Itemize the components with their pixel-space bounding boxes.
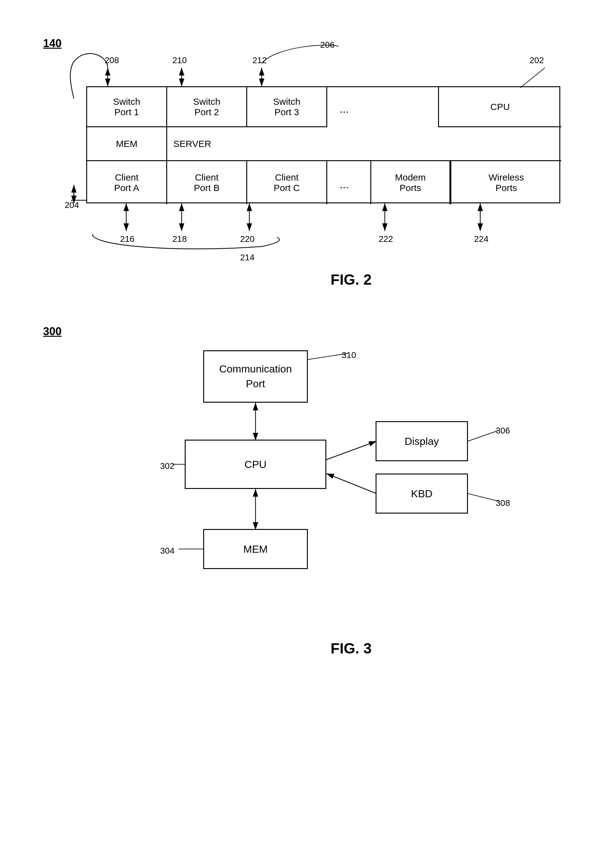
ref-218: 218: [172, 234, 187, 244]
ref-224: 224: [474, 234, 488, 244]
modem-ports: Modem Ports: [370, 161, 450, 204]
fig2-caption: FIG. 2: [105, 271, 597, 288]
svg-line-17: [326, 441, 377, 460]
svg-line-18: [326, 473, 377, 494]
fig2-diagram: 206 208 210 212 202 204 216 218 220 214 …: [62, 37, 585, 259]
ref-214: 214: [240, 253, 255, 263]
ref3-308: 308: [496, 498, 510, 508]
dots-top: ...: [340, 103, 349, 116]
comm-port-box: Communication Port: [203, 350, 308, 403]
mem-server-row: MEM SERVER: [87, 127, 561, 161]
ref-206: 206: [320, 40, 334, 50]
fig3-caption: FIG. 3: [105, 640, 597, 657]
svg-line-13: [520, 68, 545, 88]
fig3-arrows-svg: [74, 350, 597, 627]
server-cell: SERVER: [167, 139, 561, 149]
fig2-container: 140: [43, 37, 597, 288]
fig3-diagram-label: 300: [43, 325, 62, 338]
ref-216: 216: [120, 234, 135, 244]
dots-bottom: ...: [340, 178, 349, 191]
fig3-diagram: 310 302 304 306 308 Communication Port C…: [74, 350, 597, 627]
ref-204: 204: [65, 200, 79, 210]
client-port-c: Client Port C: [247, 161, 327, 204]
ref-210: 210: [172, 56, 187, 65]
ref3-304: 304: [160, 546, 175, 556]
fig3-mem-box: MEM: [203, 529, 308, 569]
ref-222: 222: [378, 234, 393, 244]
kbd-box: KBD: [375, 473, 468, 514]
ref-202: 202: [529, 56, 544, 65]
svg-line-24: [468, 494, 499, 501]
display-box: Display: [375, 421, 468, 461]
fig2-diagram-label: 140: [43, 37, 62, 50]
switch-port-2: Switch Port 2: [167, 87, 247, 127]
switch-box: Switch Port 1 Switch Port 2 Switch Port …: [86, 86, 560, 203]
ref-212: 212: [252, 56, 267, 65]
ref3-310: 310: [342, 350, 356, 360]
switch-port-1: Switch Port 1: [87, 87, 167, 127]
fig2-cpu-cell: CPU: [438, 87, 561, 127]
ref-220: 220: [240, 234, 255, 244]
client-port-a: Client Port A: [87, 161, 167, 204]
ref-208: 208: [105, 56, 119, 65]
ref3-302: 302: [160, 461, 175, 471]
fig3-section: 300: [43, 325, 597, 657]
ref3-306: 306: [496, 426, 510, 436]
wireless-ports: Wireless Ports: [450, 161, 561, 204]
svg-line-23: [468, 431, 499, 441]
client-port-b: Client Port B: [167, 161, 247, 204]
switch-port-3: Switch Port 3: [247, 87, 327, 127]
page: 140: [0, 0, 616, 842]
fig3-cpu-box: CPU: [185, 439, 326, 489]
mem-cell: MEM: [87, 127, 167, 160]
